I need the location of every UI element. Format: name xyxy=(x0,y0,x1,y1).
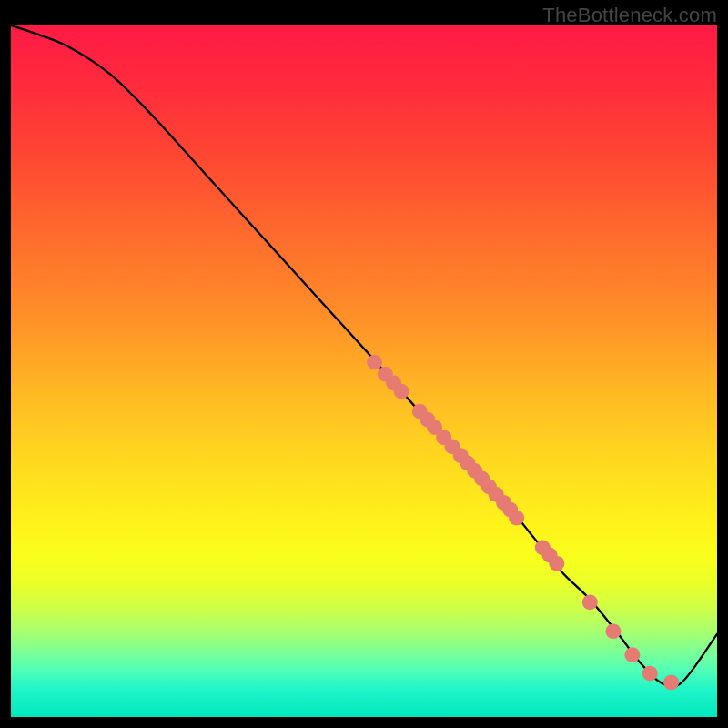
bottleneck-curve xyxy=(11,25,717,687)
data-point xyxy=(605,623,621,639)
watermark-text: TheBottleneck.com xyxy=(542,4,717,27)
data-point xyxy=(394,384,410,399)
chart-area xyxy=(11,25,717,717)
data-point xyxy=(549,556,564,571)
data-point xyxy=(582,594,598,610)
data-point xyxy=(642,666,658,682)
data-point xyxy=(663,675,679,691)
data-point xyxy=(624,647,640,662)
chart-svg xyxy=(11,25,717,717)
data-point xyxy=(367,355,382,370)
data-point xyxy=(509,511,524,526)
